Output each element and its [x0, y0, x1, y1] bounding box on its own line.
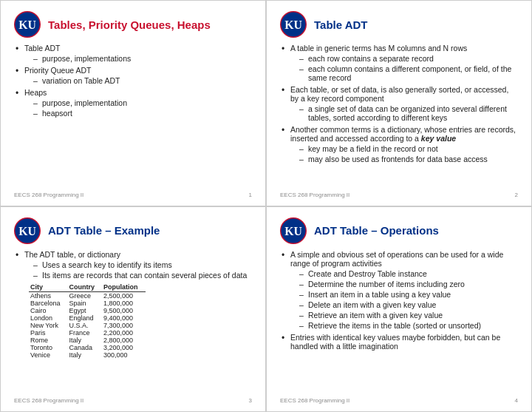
- list-item: a single set of data can be organized in…: [298, 104, 518, 122]
- list-item: may also be used as frontends for data b…: [298, 155, 518, 163]
- slide-2-header: KU Table ADT: [280, 11, 518, 38]
- list-item: purpose, implementations: [32, 54, 252, 63]
- table-row: VeniceItaly300,000: [29, 351, 146, 359]
- slide-4-footer: EECS 268 Programming II 4: [280, 397, 518, 404]
- slide-4-title: ADT Table – Operations: [314, 224, 439, 237]
- list-item: Entries with identical key values maybe …: [280, 333, 518, 351]
- table-cell: Athens: [29, 291, 68, 300]
- list-item: Each table, or set of data, is also gene…: [280, 85, 518, 122]
- table-cell: Italy: [68, 337, 103, 344]
- list-item: The ADT table, or dictionary Uses a sear…: [14, 250, 252, 280]
- table-cell: France: [68, 329, 103, 337]
- table-cell: 7,300,000: [102, 322, 146, 329]
- table-cell: U.S.A.: [68, 322, 103, 329]
- svg-text:KU: KU: [284, 18, 302, 31]
- slide-3-content: The ADT table, or dictionary Uses a sear…: [14, 250, 252, 394]
- list-item: variation on Table ADT: [32, 76, 252, 85]
- list-item: A table in generic terms has M columns a…: [280, 44, 518, 82]
- table-cell: Paris: [29, 329, 68, 337]
- table-row: New YorkU.S.A.7,300,000: [29, 322, 146, 329]
- slide-3-title: ADT Table – Example: [48, 224, 160, 237]
- list-item: Priority Queue ADT variation on Table AD…: [14, 66, 252, 85]
- table-header-city: City: [29, 283, 68, 292]
- slide-1: KU Tables, Priority Queues, Heaps Table …: [0, 0, 266, 206]
- slide-4-content: A simple and obvious set of operations c…: [280, 250, 518, 394]
- slide-1-content: Table ADT purpose, implementations Prior…: [14, 44, 252, 187]
- list-item: purpose, implementation: [32, 98, 252, 107]
- table-row: BarcelonaSpain1,800,000: [29, 300, 146, 307]
- table-row: LondonEngland9,400,000: [29, 314, 146, 322]
- slide-1-footer: EECS 268 Programming II 1: [14, 192, 252, 198]
- svg-text:KU: KU: [18, 225, 36, 237]
- table-cell: 300,000: [102, 351, 146, 359]
- table-row: RomeItaly2,800,000: [29, 337, 146, 344]
- table-cell: Toronto: [29, 344, 68, 351]
- table-cell: Spain: [68, 300, 103, 307]
- list-item: key may be a field in the record or not: [298, 144, 518, 153]
- table-row: ParisFrance2,200,000: [29, 329, 146, 337]
- slide-3-footer: EECS 268 Programming II 3: [14, 397, 252, 404]
- table-cell: Greece: [68, 291, 103, 300]
- ku-logo-slide4: KU: [280, 217, 307, 244]
- slide-3-header: KU ADT Table – Example: [14, 217, 252, 244]
- list-item: Create and Destroy Table instance: [298, 269, 518, 278]
- slide-2-footer: EECS 268 Programming II 2: [280, 192, 518, 198]
- ku-logo-slide3: KU: [14, 217, 41, 244]
- list-item: Its items are records that can contain s…: [32, 271, 252, 280]
- table-cell: 9,500,000: [102, 307, 146, 314]
- slide-2-content: A table in generic terms has M columns a…: [280, 44, 518, 187]
- svg-text:KU: KU: [18, 18, 36, 31]
- table-cell: 2,500,000: [102, 291, 146, 300]
- slide-1-title: Tables, Priority Queues, Heaps: [48, 18, 211, 31]
- list-item: Retrieve an item with a given key value: [298, 311, 518, 320]
- table-cell: 1,800,000: [102, 300, 146, 307]
- slide-4: KU ADT Table – Operations A simple and o…: [266, 206, 532, 413]
- list-item: Table ADT purpose, implementations: [14, 44, 252, 63]
- svg-text:KU: KU: [284, 225, 302, 237]
- table-cell: Rome: [29, 337, 68, 344]
- table-cell: Italy: [68, 351, 103, 359]
- list-item: Delete an item with a given key value: [298, 300, 518, 309]
- list-item: each row contains a separate record: [298, 54, 518, 63]
- table-cell: 9,400,000: [102, 314, 146, 322]
- slide-4-header: KU ADT Table – Operations: [280, 217, 518, 244]
- table-header-population: Population: [102, 283, 146, 292]
- table-cell: Cairo: [29, 307, 68, 314]
- list-item: Insert an item in a table using a key va…: [298, 290, 518, 299]
- table-cell: Egypt: [68, 307, 103, 314]
- slide-1-header: KU Tables, Priority Queues, Heaps: [14, 11, 252, 38]
- table-cell: New York: [29, 322, 68, 329]
- table-cell: 2,800,000: [102, 337, 146, 344]
- table-cell: Barcelona: [29, 300, 68, 307]
- list-item: heapsort: [32, 109, 252, 118]
- table-cell: Canada: [68, 344, 103, 351]
- list-item: each column contains a different compone…: [298, 64, 518, 82]
- list-item: Heaps purpose, implementation heapsort: [14, 88, 252, 118]
- list-item: Determine the number of items including …: [298, 280, 518, 288]
- slide-2: KU Table ADT A table in generic terms ha…: [266, 0, 532, 206]
- table-cell: Venice: [29, 351, 68, 359]
- slide-2-title: Table ADT: [314, 18, 368, 31]
- table-header-country: Country: [68, 283, 103, 292]
- table-cell: 3,200,000: [102, 344, 146, 351]
- list-item: Another common terms is a dictionary, wh…: [280, 125, 518, 163]
- ku-logo-slide1: KU: [14, 11, 41, 38]
- table-cell: London: [29, 314, 68, 322]
- table-row: TorontoCanada3,200,000: [29, 344, 146, 351]
- ku-logo-slide2: KU: [280, 11, 307, 38]
- table-cell: 2,200,000: [102, 329, 146, 337]
- table-cell: England: [68, 314, 103, 322]
- list-item: Uses a search key to identify its items: [32, 260, 252, 269]
- list-item: Retrieve the items in the table (sorted …: [298, 321, 518, 330]
- city-table: City Country Population AthensGreece2,50…: [29, 283, 146, 359]
- slide-3: KU ADT Table – Example The ADT table, or…: [0, 206, 266, 413]
- list-item: A simple and obvious set of operations c…: [280, 250, 518, 330]
- table-row: CairoEgypt9,500,000: [29, 307, 146, 314]
- table-row: AthensGreece2,500,000: [29, 291, 146, 300]
